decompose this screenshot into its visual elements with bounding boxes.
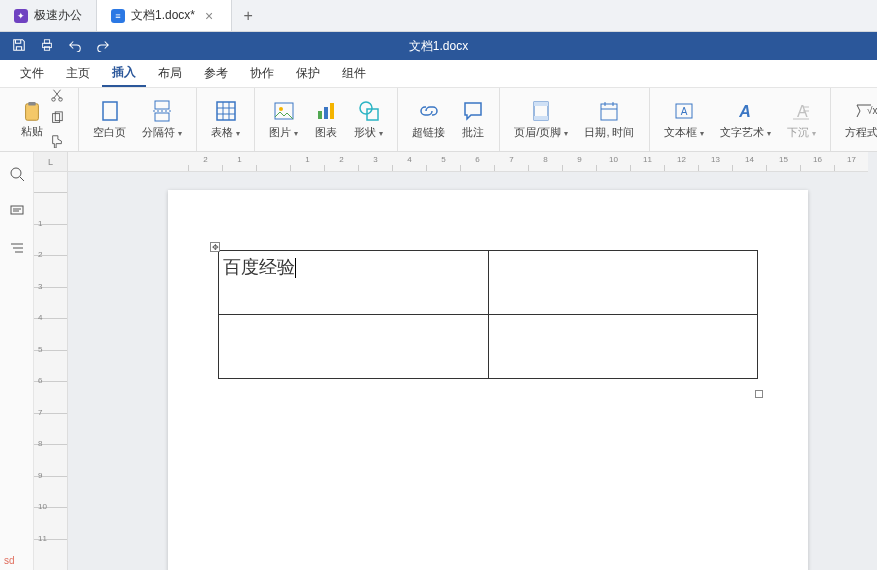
wordart-button[interactable]: A 文字艺术 ▾ (714, 95, 777, 144)
svg-text:A: A (680, 106, 687, 117)
svg-rect-27 (534, 116, 548, 120)
menu-components[interactable]: 组件 (332, 61, 376, 86)
paste-button[interactable]: 粘贴 (14, 84, 70, 155)
print-button[interactable] (40, 38, 54, 55)
chart-button[interactable]: 图表 (308, 95, 344, 144)
document-page[interactable]: ✥ 百度经验 (168, 190, 808, 570)
calendar-icon (597, 99, 621, 123)
document-tab-label: 文档1.docx* (131, 7, 195, 24)
comment-icon (461, 99, 485, 123)
svg-point-23 (360, 102, 372, 114)
svg-rect-42 (11, 206, 23, 214)
work-area: L 211234567891011121314151617 1234567891… (0, 152, 877, 570)
svg-rect-28 (601, 104, 617, 120)
close-tab-button[interactable]: × (201, 8, 217, 24)
menu-protect[interactable]: 保护 (286, 61, 330, 86)
app-logo-icon: ✦ (14, 9, 28, 23)
textbox-icon: A (672, 99, 696, 123)
svg-text:A: A (738, 103, 751, 120)
menu-collaborate[interactable]: 协作 (240, 61, 284, 86)
table-cell[interactable] (219, 315, 489, 379)
menu-insert[interactable]: 插入 (102, 60, 146, 87)
table-row (219, 315, 758, 379)
copy-icon[interactable] (50, 111, 64, 128)
table-cell[interactable]: 百度经验 (219, 251, 489, 315)
save-button[interactable] (12, 38, 26, 55)
hyperlink-button[interactable]: 超链接 (406, 95, 451, 144)
table-resize-handle[interactable] (755, 390, 763, 398)
blank-page-button[interactable]: 空白页 (87, 95, 132, 144)
shapes-icon (357, 99, 381, 123)
comments-panel-icon[interactable] (9, 203, 25, 222)
outline-icon[interactable] (9, 240, 25, 259)
left-sidebar (0, 152, 34, 570)
redo-button[interactable] (96, 38, 110, 55)
menu-bar: 文件 主页 插入 布局 参考 协作 保护 组件 (0, 60, 877, 88)
blank-page-icon (98, 99, 122, 123)
comment-button[interactable]: 批注 (455, 95, 491, 144)
svg-point-19 (279, 107, 283, 111)
svg-rect-1 (44, 39, 49, 43)
menu-home[interactable]: 主页 (56, 61, 100, 86)
ruler-corner[interactable]: L (34, 152, 68, 172)
svg-rect-11 (155, 113, 169, 121)
equation-button[interactable]: √x 方程式 ▾ (839, 95, 877, 144)
ribbon-insert: 粘贴 空白页 分隔符 ▾ 表格 ▾ 图片 ▾ (0, 88, 877, 152)
svg-point-40 (11, 168, 21, 178)
window-tabbar: ✦ 极速办公 ≡ 文档1.docx* × + (0, 0, 877, 32)
vertical-ruler[interactable]: 1234567891011 (34, 172, 68, 570)
svg-rect-20 (318, 111, 322, 119)
textbox-button[interactable]: A 文本框 ▾ (658, 95, 710, 144)
table-row: 百度经验 (219, 251, 758, 315)
picture-button[interactable]: 图片 ▾ (263, 95, 304, 144)
picture-icon (272, 99, 296, 123)
app-tab-home[interactable]: ✦ 极速办公 (0, 0, 97, 31)
svg-rect-24 (367, 109, 378, 120)
chart-icon (314, 99, 338, 123)
menu-file[interactable]: 文件 (10, 61, 54, 86)
undo-button[interactable] (68, 38, 82, 55)
date-time-button[interactable]: 日期, 时间 (578, 95, 640, 144)
dropcap-button[interactable]: A 下沉 ▾ (781, 95, 822, 144)
title-bar: 文档1.docx (0, 32, 877, 60)
svg-rect-22 (330, 103, 334, 119)
document-tab[interactable]: ≡ 文档1.docx* × (97, 0, 232, 31)
table-icon (214, 99, 238, 123)
hyperlink-icon (417, 99, 441, 123)
cut-icon[interactable] (50, 88, 64, 105)
svg-line-41 (20, 177, 24, 181)
header-footer-button[interactable]: 页眉/页脚 ▾ (508, 95, 574, 144)
document-title: 文档1.docx (409, 38, 468, 55)
search-icon[interactable] (9, 166, 25, 185)
menu-references[interactable]: 参考 (194, 61, 238, 86)
equation-icon: √x (853, 99, 877, 123)
table-cell[interactable] (488, 315, 758, 379)
svg-rect-3 (26, 104, 39, 121)
doc-icon: ≡ (111, 9, 125, 23)
wordart-icon: A (733, 99, 757, 123)
app-tab-label: 极速办公 (34, 7, 82, 24)
add-tab-button[interactable]: + (232, 0, 264, 31)
dropcap-icon: A (789, 99, 813, 123)
svg-rect-4 (28, 102, 35, 106)
table-move-handle[interactable]: ✥ (210, 242, 220, 252)
horizontal-ruler[interactable]: 211234567891011121314151617 (68, 152, 868, 172)
quick-access-toolbar (0, 38, 122, 55)
page-scroll-area[interactable]: ✥ 百度经验 (68, 172, 877, 570)
table-button[interactable]: 表格 ▾ (205, 95, 246, 144)
menu-layout[interactable]: 布局 (148, 61, 192, 86)
format-painter-icon[interactable] (50, 134, 64, 151)
svg-text:√x: √x (867, 105, 877, 116)
document-table[interactable]: 百度经验 (218, 250, 758, 379)
clipboard-icon (20, 100, 44, 124)
svg-rect-26 (534, 102, 548, 106)
shapes-button[interactable]: 形状 ▾ (348, 95, 389, 144)
svg-rect-21 (324, 107, 328, 119)
svg-rect-10 (155, 101, 169, 109)
page-break-button[interactable]: 分隔符 ▾ (136, 95, 188, 144)
svg-rect-9 (103, 102, 117, 120)
page-break-icon (150, 99, 174, 123)
table-cell[interactable] (488, 251, 758, 315)
watermark-text: sd (4, 555, 15, 566)
header-footer-icon (529, 99, 553, 123)
